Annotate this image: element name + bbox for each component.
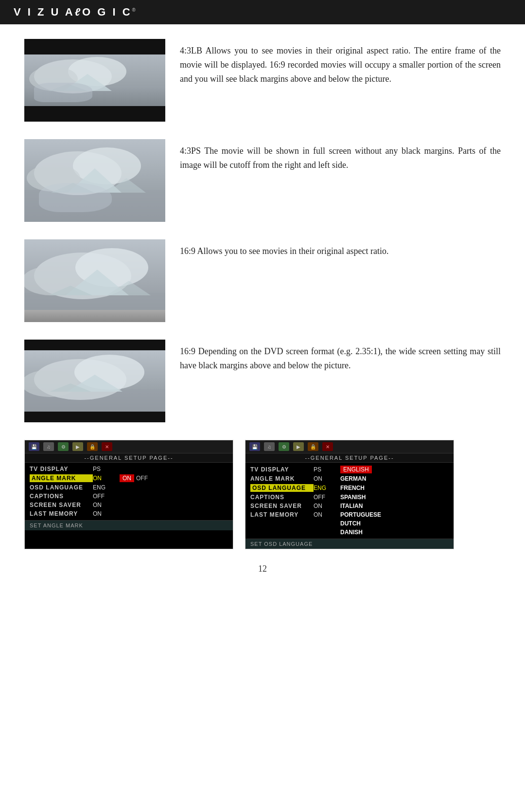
section-16-9b: 16:9 Depending on the DVD screen format … — [24, 340, 501, 422]
osd-label-tv-display-right: TV DISPLAY — [250, 466, 314, 473]
osd-left-footer: SET ANGLE MARK — [25, 520, 233, 530]
osd-item-dutch: DUTCH — [245, 519, 454, 528]
osd-right-rows: TV DISPLAY PS ENGLISH ANGLE MARK ON GERM… — [245, 463, 454, 539]
osd-item-captions-right: CAPTIONS OFF SPANISH — [245, 493, 454, 502]
osd-row: 💾 ♫ ⚙ ▶ 🔒 ✕ --GENERAL SETUP PAGE-- TV DI… — [24, 440, 501, 549]
img-content-16-9b — [24, 350, 165, 412]
black-bar-bottom-wide — [24, 412, 165, 422]
black-bar-top — [24, 39, 165, 54]
svg-point-4 — [29, 67, 78, 91]
osd-label-last-memory-right: LAST MEMORY — [250, 511, 314, 518]
osd-value-angle-mark-left: ON — [93, 475, 120, 482]
osd-value-screen-saver-right: ON — [314, 503, 340, 509]
section-4-3lb: 4:3LB Allows you to see movies in their … — [24, 39, 501, 122]
svg-marker-13 — [51, 183, 95, 193]
osd-value-captions-left: OFF — [93, 493, 120, 500]
osd-item-captions-left: CAPTIONS OFF — [25, 492, 233, 501]
icon-setup-r: ⚙ — [279, 442, 289, 451]
svg-point-11 — [27, 164, 80, 192]
osd-label-osd-lang-left: OSD LANGUAGE — [30, 484, 93, 491]
osd-label-angle-mark-right: ANGLE MARK — [250, 475, 314, 482]
icon-setup: ⚙ — [58, 442, 69, 451]
black-bar-bottom — [24, 106, 165, 122]
icon-display: ▶ — [72, 442, 83, 451]
osd-panel-left: 💾 ♫ ⚙ ▶ 🔒 ✕ --GENERAL SETUP PAGE-- TV DI… — [24, 440, 233, 549]
osd-item-tv-display-left: TV DISPLAY PS — [25, 465, 233, 473]
osd-panel-right: 💾 ♫ ⚙ ▶ 🔒 ✕ --GENERAL SETUP PAGE-- TV DI… — [245, 440, 454, 549]
svg-rect-8 — [24, 190, 165, 222]
img-content-4-3lb — [24, 54, 165, 106]
osd-option-danish: DANISH — [340, 529, 363, 536]
osd-right-title: --GENERAL SETUP PAGE-- — [245, 453, 454, 463]
image-16-9a — [24, 239, 165, 322]
icon-close-r: ✕ — [322, 442, 333, 451]
icon-close: ✕ — [102, 442, 112, 451]
osd-label-captions-left: CAPTIONS — [30, 493, 93, 500]
osd-option-italian: ITALIAN — [340, 503, 363, 509]
svg-point-10 — [73, 147, 141, 184]
osd-right-footer: SET OSD LANGUAGE — [245, 539, 454, 549]
osd-label-captions-right: CAPTIONS — [250, 494, 314, 501]
svg-marker-6 — [49, 84, 88, 91]
icon-display-r: ▶ — [293, 442, 304, 451]
osd-option-angle-on: ON — [120, 474, 134, 482]
osd-option-dutch: DUTCH — [340, 520, 361, 527]
osd-item-last-memory-left: LAST MEMORY ON — [25, 509, 233, 518]
osd-value-captions-right: OFF — [314, 494, 340, 501]
osd-label-angle-mark-left: ANGLE MARK — [30, 474, 93, 482]
icon-audio-r: ♫ — [264, 442, 275, 451]
osd-left-header: 💾 ♫ ⚙ ▶ 🔒 ✕ — [25, 440, 233, 453]
osd-value-tv-display-right: PS — [314, 466, 340, 473]
svg-rect-23 — [24, 311, 165, 322]
text-4-3ps: 4:3PS The movie will be shown in full sc… — [180, 139, 501, 172]
osd-item-danish: DANISH — [245, 528, 454, 537]
osd-item-osd-lang-right: OSD LANGUAGE ENG FRENCH — [245, 483, 454, 493]
osd-label-last-memory-left: LAST MEMORY — [30, 510, 93, 517]
osd-option-angle-off: OFF — [136, 475, 148, 482]
section-16-9a: 16:9 Allows you to see movies in their o… — [24, 239, 501, 322]
osd-option-english: ENGLISH — [340, 466, 372, 473]
osd-value-tv-display-left: PS — [93, 466, 120, 472]
section-4-3ps: 4:3PS The movie will be shown in full sc… — [24, 139, 501, 222]
image-4-3lb — [24, 39, 165, 122]
icon-disk-r: 💾 — [249, 442, 260, 451]
icon-lock-r: 🔒 — [308, 442, 318, 451]
osd-value-angle-mark-right: ON — [314, 475, 340, 482]
logo-lightning: ℓ — [75, 6, 82, 18]
osd-value-osd-lang-right: ENG — [314, 485, 340, 491]
osd-option-french: FRENCH — [340, 485, 365, 491]
osd-item-angle-mark-left: ANGLE MARK ON ON OFF — [25, 473, 233, 483]
icon-audio: ♫ — [43, 442, 54, 451]
osd-right-header: 💾 ♫ ⚙ ▶ 🔒 ✕ — [245, 440, 454, 453]
osd-item-tv-display-right: TV DISPLAY PS ENGLISH — [245, 465, 454, 474]
text-4-3lb: 4:3LB Allows you to see movies in their … — [180, 39, 501, 86]
osd-left-rows: TV DISPLAY PS ANGLE MARK ON ON OFF OSD L… — [25, 463, 233, 520]
osd-label-screen-saver-right: SCREEN SAVER — [250, 503, 314, 509]
osd-item-screen-saver-left: SCREEN SAVER ON — [25, 501, 233, 509]
page-number: 12 — [24, 564, 501, 584]
osd-item-angle-mark-right: ANGLE MARK ON GERMAN — [245, 474, 454, 483]
osd-item-osd-lang-left: OSD LANGUAGE ENG — [25, 483, 233, 492]
header: V I Z U AℓO G I C® — [0, 0, 525, 24]
image-16-9b — [24, 340, 165, 422]
icon-disk: 💾 — [29, 442, 39, 451]
logo: V I Z U AℓO G I C® — [14, 6, 138, 18]
osd-option-german: GERMAN — [340, 475, 366, 482]
osd-value-last-memory-right: ON — [314, 511, 340, 518]
osd-option-spanish: SPANISH — [340, 494, 366, 501]
osd-left-title: --GENERAL SETUP PAGE-- — [25, 453, 233, 463]
black-bar-top-wide — [24, 340, 165, 350]
main-content: 4:3LB Allows you to see movies in their … — [0, 24, 525, 603]
text-16-9b: 16:9 Depending on the DVD screen format … — [180, 340, 501, 373]
osd-label-tv-display-left: TV DISPLAY — [30, 466, 93, 472]
osd-label-osd-lang-right: OSD LANGUAGE — [250, 484, 314, 492]
image-4-3ps — [24, 139, 165, 222]
text-16-9a: 16:9 Allows you to see movies in their o… — [180, 239, 501, 258]
osd-option-portuguese: PORTUGUESE — [340, 511, 381, 518]
osd-label-screen-saver-left: SCREEN SAVER — [30, 502, 93, 508]
osd-item-screen-saver-right: SCREEN SAVER ON ITALIAN — [245, 502, 454, 510]
icon-lock: 🔒 — [87, 442, 98, 451]
osd-value-screen-saver-left: ON — [93, 502, 120, 508]
osd-item-last-memory-right: LAST MEMORY ON PORTUGUESE — [245, 510, 454, 519]
osd-value-last-memory-left: ON — [93, 510, 120, 517]
